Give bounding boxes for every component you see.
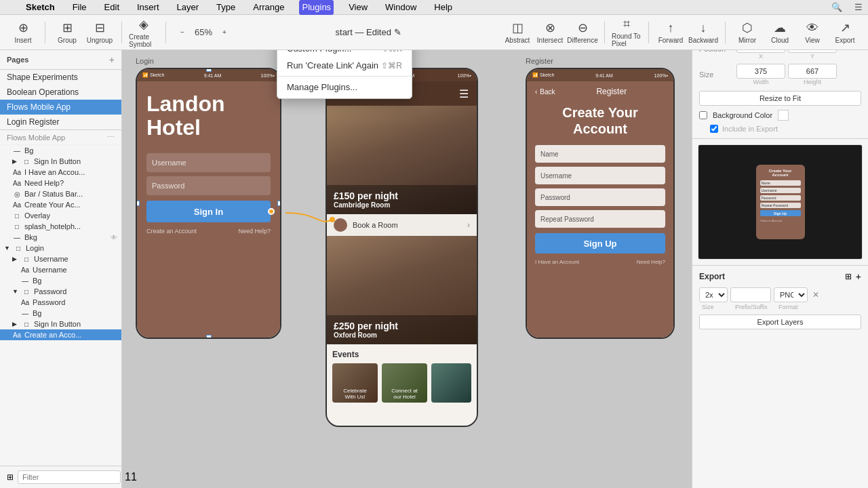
- reg-need-help-link[interactable]: Need Help?: [637, 259, 665, 265]
- round-to-pixel-button[interactable]: ⌗Round To Pixel: [612, 18, 642, 47]
- line-icon-1: —: [12, 147, 22, 155]
- width-label: Width: [753, 79, 768, 85]
- page-item-shape-experiments[interactable]: Shape Experiments: [0, 70, 121, 85]
- selection-handle-mr[interactable]: [277, 201, 281, 206]
- abstract-button[interactable]: ◫Abstract: [502, 18, 532, 47]
- resize-fit-button[interactable]: Resize to Fit: [699, 91, 861, 106]
- difference-button[interactable]: ⊖Difference: [568, 18, 597, 47]
- selection-handle-br[interactable]: [277, 335, 281, 339]
- forward-button[interactable]: ↑Forward: [656, 18, 686, 47]
- backward-button[interactable]: ↓Backward: [688, 18, 718, 47]
- username-input-register[interactable]: Username: [535, 167, 665, 184]
- file-menu[interactable]: File: [70, 0, 90, 15]
- run-create-link-menu-item[interactable]: Run 'Create Link' Again ⇧⌘R: [277, 57, 412, 74]
- selection-handle-ml[interactable]: [136, 201, 140, 206]
- window-menu[interactable]: Window: [382, 0, 419, 15]
- create-symbol-button[interactable]: ◈ Create Symbol: [129, 18, 159, 47]
- plugins-menu[interactable]: Plugins: [299, 0, 334, 15]
- password-input-login[interactable]: Password: [146, 176, 271, 195]
- app-menu[interactable]: Sketch: [23, 0, 58, 15]
- layers-options-icon[interactable]: ⋯: [107, 133, 115, 142]
- layer-create-account[interactable]: AaCreate Your Ac...: [0, 199, 121, 210]
- export-format-select[interactable]: PNG JPG SVG: [774, 287, 808, 302]
- page-item-flows-mobile-app[interactable]: Flows Mobile App: [0, 100, 121, 115]
- selection-handle-bl[interactable]: [136, 335, 140, 339]
- export-remove-button[interactable]: ✕: [810, 289, 821, 300]
- export-layers-button[interactable]: Export Layers: [699, 314, 861, 329]
- eye-icon[interactable]: 👁: [111, 234, 117, 241]
- page-item-login-register[interactable]: Login Register: [0, 115, 121, 129]
- layer-have-account[interactable]: AaI Have an Accou...: [0, 167, 121, 178]
- view-button[interactable]: 👁View: [797, 18, 827, 47]
- filter-input[interactable]: [18, 470, 121, 484]
- layers-count: 11: [125, 471, 137, 483]
- export-options-icon[interactable]: ⊞: [845, 272, 852, 281]
- layer-sign-in-button-2[interactable]: ▶□Sign In Button: [0, 319, 121, 329]
- name-input-register[interactable]: Name: [535, 145, 665, 163]
- password-input-register[interactable]: Password: [535, 188, 665, 206]
- have-account-link[interactable]: I Have an Account: [535, 259, 579, 265]
- group-button[interactable]: ⊞ Group: [52, 18, 82, 47]
- export-add-icon[interactable]: +: [856, 271, 861, 282]
- cloud-button[interactable]: ☁Cloud: [765, 18, 795, 47]
- export-size-select[interactable]: 2x 1x 3x: [699, 287, 728, 302]
- text-icon-5: Aa: [20, 299, 30, 306]
- create-account-link[interactable]: Create an Account: [146, 228, 197, 235]
- layer-sign-in-button[interactable]: ▶□Sign In Button: [0, 156, 121, 167]
- manage-plugins-menu-item[interactable]: Manage Plugins...: [277, 79, 412, 96]
- register-nav-title: Register: [558, 87, 665, 96]
- view-menu[interactable]: View: [346, 0, 370, 15]
- ungroup-button[interactable]: ⊟ Ungroup: [85, 18, 115, 47]
- layer-need-help[interactable]: AaNeed Help?: [0, 178, 121, 188]
- layer-password-text[interactable]: AaPassword: [0, 297, 121, 308]
- book-room-bar[interactable]: Book a Room ›: [327, 214, 477, 236]
- book-icon: [334, 218, 347, 232]
- need-help-link[interactable]: Need Help?: [238, 228, 271, 235]
- layer-username-group[interactable]: ▶□Username: [0, 253, 121, 264]
- zoom-in-button[interactable]: +: [215, 23, 234, 42]
- layer-overlay[interactable]: □Overlay: [0, 210, 121, 221]
- export-prefix-input[interactable]: [730, 287, 771, 302]
- selection-handle-tl[interactable]: [136, 68, 140, 72]
- text-icon-6: Aa: [12, 331, 22, 339]
- layer-username-bg[interactable]: —Bg: [0, 275, 121, 286]
- mirror-button[interactable]: ⬡Mirror: [732, 18, 762, 47]
- layer-status-bar[interactable]: ◎Bar / Status Bar...: [0, 188, 121, 199]
- layer-bkg[interactable]: —Bkg👁: [0, 232, 121, 243]
- layer-splash[interactable]: □splash_hotelph...: [0, 221, 121, 232]
- text-icon-3: Aa: [12, 201, 22, 209]
- sign-up-button[interactable]: Sign Up: [535, 233, 665, 253]
- bg-color-checkbox[interactable]: [699, 111, 707, 119]
- selection-handle-bc[interactable]: [206, 335, 212, 339]
- layer-password-group[interactable]: ▼□Password: [0, 286, 121, 297]
- page-item-boolean-operations[interactable]: Boolean Operations: [0, 85, 121, 100]
- insert-menu[interactable]: Insert: [134, 0, 162, 15]
- back-button[interactable]: ‹ Back Register: [535, 87, 665, 96]
- help-menu[interactable]: Help: [431, 0, 455, 15]
- layer-password-bg[interactable]: —Bg: [0, 308, 121, 319]
- layer-username-text[interactable]: AaUsername: [0, 264, 121, 275]
- insert-button[interactable]: ⊕ Insert: [8, 18, 38, 47]
- height-input[interactable]: [788, 64, 837, 79]
- layer-menu[interactable]: Layer: [174, 0, 202, 15]
- layer-bg-1[interactable]: —Bg: [0, 145, 121, 156]
- add-page-button[interactable]: +: [109, 54, 115, 65]
- type-menu[interactable]: Type: [214, 0, 238, 15]
- username-input-login[interactable]: Username: [146, 153, 271, 172]
- repeat-password-input[interactable]: Repeat Password: [535, 210, 665, 228]
- intersect-button[interactable]: ⊗Intersect: [535, 18, 565, 47]
- layer-login-group[interactable]: ▼□Login: [0, 243, 121, 253]
- layer-create-an-account[interactable]: AaCreate an Acco...: [0, 329, 121, 340]
- width-input[interactable]: [736, 64, 785, 79]
- apple-menu[interactable]: [5, 0, 11, 15]
- zoom-out-button[interactable]: −: [173, 23, 192, 42]
- export-toolbar-button[interactable]: ↗Export: [830, 18, 860, 47]
- color-swatch[interactable]: [778, 110, 789, 121]
- arrange-menu[interactable]: Arrange: [250, 0, 287, 15]
- event2-label: Connect atour Hotel: [384, 388, 425, 400]
- sign-in-button[interactable]: Sign In: [146, 201, 271, 222]
- edit-menu[interactable]: Edit: [102, 0, 122, 15]
- hamburger-icon[interactable]: ☰: [459, 87, 469, 100]
- selection-handle-tc[interactable]: [206, 68, 212, 72]
- include-export-checkbox[interactable]: [710, 125, 718, 133]
